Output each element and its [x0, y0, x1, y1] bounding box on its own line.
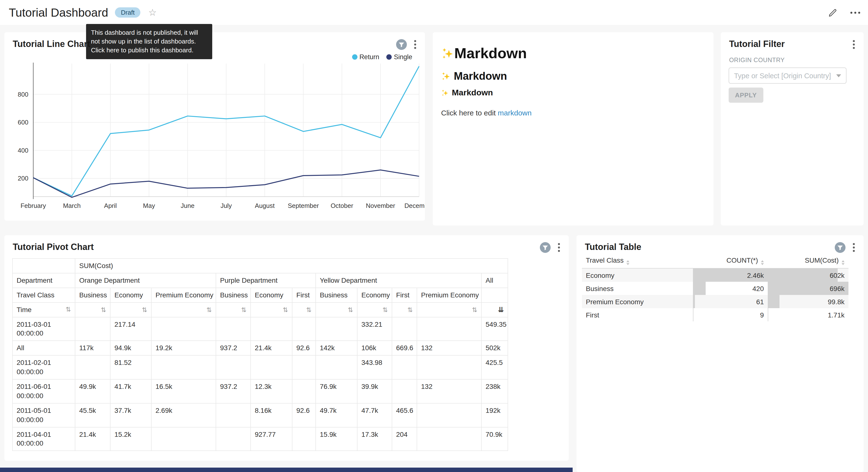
pivot-col-header: Business [216, 288, 251, 302]
pivot-table: SUM(Cost)DepartmentOrange DepartmentPurp… [12, 258, 508, 451]
sort-icon [761, 260, 764, 265]
card-title: Tutorial Table [585, 242, 641, 253]
pivot-cell [216, 355, 251, 379]
sort-icon[interactable]: ⇅ [101, 306, 106, 313]
filter-menu-icon[interactable] [852, 39, 856, 50]
svg-text:800: 800 [18, 91, 28, 98]
pivot-col-header: Business [75, 288, 110, 302]
pivot-col-header: Economy [110, 288, 151, 302]
pivot-cell: 94.9k [110, 341, 151, 356]
sort-icon[interactable]: ⇅ [241, 306, 246, 313]
pivot-cell [316, 317, 357, 341]
apply-button[interactable]: APPLY [728, 88, 763, 103]
line-chart-card: Tutorial Line Chart Return Single 200400… [4, 32, 425, 220]
pivot-cell: 15.9k [316, 427, 357, 451]
pivot-cell [417, 355, 482, 379]
pivot-cell: 19.2k [151, 341, 216, 356]
pivot-col-header: Premium Economy [417, 288, 482, 302]
markdown-h1-text: Markdown [454, 45, 527, 62]
travel-class-cell: First [582, 308, 693, 321]
table-row: Economy2.46k602k [582, 268, 848, 282]
origin-country-select[interactable]: Type or Select [Origin Country] [728, 67, 846, 84]
chart-menu-icon[interactable] [852, 242, 856, 253]
pivot-cell: 217.14 [110, 317, 151, 341]
pivot-col-header: First [292, 288, 316, 302]
pivot-time-header: Time⇅ [12, 302, 75, 317]
pivot-cell [417, 317, 482, 341]
pivot-cell: 70.9k [482, 427, 508, 451]
legend-item-single[interactable]: Single [386, 53, 412, 61]
column-header-sum[interactable]: SUM(Cost) [768, 254, 848, 268]
sort-icon[interactable]: ⇅ [206, 306, 212, 313]
chart-menu-icon[interactable] [557, 242, 561, 253]
edit-dashboard-icon[interactable] [828, 7, 838, 18]
pivot-chart-card: Tutorial Pivot Chart SUM(Cost)Department… [4, 235, 569, 461]
pivot-cell: 12.3k [251, 379, 292, 403]
sort-icon[interactable]: ⇅ [407, 306, 413, 313]
pivot-cell: 332.21 [357, 317, 392, 341]
sort-icon[interactable]: ⇅ [348, 306, 353, 313]
pivot-header-row: DepartmentOrange DepartmentPurple Depart… [12, 273, 508, 288]
pivot-cell: 142k [316, 341, 357, 356]
legend-label: Single [394, 53, 412, 61]
legend-item-return[interactable]: Return [352, 53, 379, 61]
pivot-cell: 76.9k [316, 379, 357, 403]
pivot-cell: 937.2 [216, 341, 251, 356]
svg-text:November: November [366, 202, 395, 209]
travel-class-cell: Business [582, 282, 693, 295]
table-row: First91.71k [582, 308, 848, 321]
pivot-col-header [482, 288, 508, 302]
sort-icon[interactable]: ⇅ [472, 306, 477, 313]
pivot-col-header: Business [316, 288, 357, 302]
draft-status-badge[interactable]: Draft [115, 7, 141, 18]
sparkles-icon [441, 47, 454, 60]
more-options-icon[interactable] [850, 11, 860, 13]
pivot-cell [292, 355, 316, 379]
pivot-row: 2011-02-01 00:00:0081.52343.98425.5 [12, 355, 508, 379]
column-header-travel-class[interactable]: Travel Class [582, 254, 693, 268]
pivot-cell: 2.69k [151, 403, 216, 427]
sort-icon[interactable]: ⇅ [306, 306, 311, 313]
value-cell: 99.8k [768, 295, 848, 308]
pivot-cell: 92.6 [292, 341, 316, 356]
value-bar [768, 268, 837, 282]
svg-text:December: December [404, 202, 425, 209]
pivot-cell: 47.7k [357, 403, 392, 427]
pivot-cell [216, 317, 251, 341]
pivot-row-label: 2011-03-01 00:00:00 [12, 317, 75, 341]
column-header-count[interactable]: COUNT(*) [693, 254, 768, 268]
value-cell: 61 [693, 295, 768, 308]
chart-menu-icon[interactable] [413, 39, 417, 50]
pivot-row-label: 2011-02-01 00:00:00 [12, 355, 75, 379]
pivot-cell: 937.2 [216, 379, 251, 403]
pivot-group-header: Purple Department [216, 273, 316, 288]
filter-indicator-icon[interactable] [540, 242, 551, 253]
pivot-cell [75, 355, 110, 379]
card-title: Tutorial Filter [729, 39, 785, 50]
pivot-cell [151, 355, 216, 379]
sort-icon[interactable]: ⇅ [65, 305, 71, 314]
chevron-down-icon [836, 74, 841, 77]
filter-indicator-icon[interactable] [835, 242, 845, 253]
card-actions [835, 242, 856, 253]
dashboard-title[interactable]: Tutorial Dashboard [9, 6, 108, 19]
svg-text:September: September [288, 202, 319, 209]
pivot-cell: 41.7k [110, 379, 151, 403]
table-row: Business420696k [582, 282, 848, 295]
pivot-row: All117k94.9k19.2k937.221.4k92.6142k106k6… [12, 341, 508, 356]
markdown-edit-link[interactable]: markdown [498, 109, 532, 117]
pivot-cell [251, 317, 292, 341]
sort-icon[interactable]: ⇅ [283, 306, 288, 313]
value-cell: 1.71k [768, 308, 848, 321]
sort-icon[interactable]: ⇅ [142, 306, 147, 313]
favorite-star-icon[interactable]: ☆ [148, 8, 157, 17]
pivot-cell [251, 355, 292, 379]
pivot-cell [292, 427, 316, 451]
sort-desc-icon[interactable]: ⇊ [498, 305, 504, 313]
pivot-cell: 343.98 [357, 355, 392, 379]
sort-icon[interactable]: ⇅ [382, 306, 388, 313]
filter-indicator-icon[interactable] [396, 39, 407, 50]
dashboard-header: Tutorial Dashboard Draft ☆ [0, 0, 868, 25]
pivot-cell: 49.9k [75, 379, 110, 403]
chart-legend: Return Single [352, 53, 412, 61]
